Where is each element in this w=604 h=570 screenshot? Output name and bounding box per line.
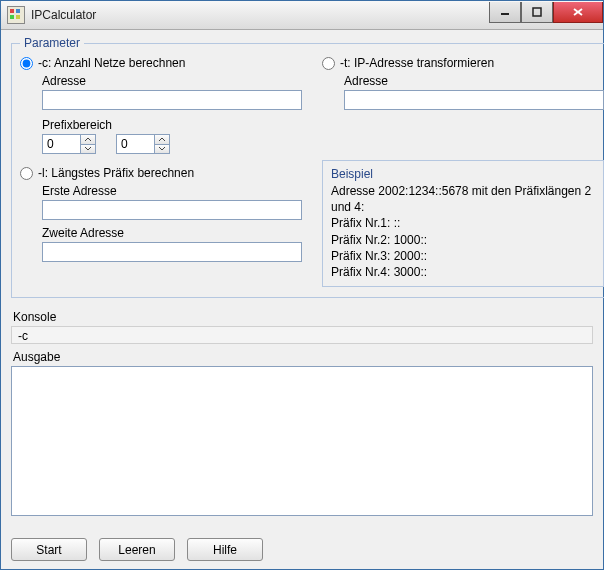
close-icon (572, 7, 584, 17)
radio-c[interactable] (20, 57, 33, 70)
chevron-down-icon (158, 146, 166, 151)
prefix-to-input[interactable] (116, 134, 154, 154)
option-c-block: -c: Anzahl Netze berechnen Adresse Prefi… (20, 56, 302, 154)
start-button[interactable]: Start (11, 538, 87, 561)
prefix-to-up[interactable] (155, 135, 169, 145)
app-window: IPCalculator Parameter -c: Anzahl Netze (0, 0, 604, 570)
parameter-legend: Parameter (20, 36, 84, 50)
prefix-to-spinner[interactable] (116, 134, 170, 154)
prefix-to-down[interactable] (155, 145, 169, 154)
button-row: Start Leeren Hilfe (11, 532, 593, 561)
konsole-field: -c (11, 326, 593, 344)
l-second-input[interactable] (42, 242, 302, 262)
chevron-up-icon (84, 137, 92, 142)
radio-c-label: -c: Anzahl Netze berechnen (38, 56, 185, 70)
l-second-label: Zweite Adresse (42, 226, 302, 240)
example-line3: Präfix Nr.1: :: (331, 215, 595, 231)
chevron-up-icon (158, 137, 166, 142)
close-button[interactable] (553, 2, 603, 23)
radio-t-label: -t: IP-Adresse transformieren (340, 56, 494, 70)
prefix-from-input[interactable] (42, 134, 80, 154)
hilfe-button[interactable]: Hilfe (187, 538, 263, 561)
l-first-label: Erste Adresse (42, 184, 302, 198)
konsole-label: Konsole (13, 310, 593, 324)
c-adresse-label: Adresse (42, 74, 302, 88)
titlebar[interactable]: IPCalculator (1, 1, 603, 30)
option-l-block: -l: Längstes Präfix berechnen Erste Adre… (20, 166, 302, 287)
example-title: Beispiel (331, 167, 595, 181)
svg-rect-1 (533, 8, 541, 16)
radio-l[interactable] (20, 167, 33, 180)
example-line5: Präfix Nr.3: 2000:: (331, 248, 595, 264)
maximize-icon (532, 7, 542, 17)
parameter-group: Parameter -c: Anzahl Netze berechnen Adr… (11, 36, 604, 298)
ausgabe-label: Ausgabe (13, 350, 593, 364)
client-area: Parameter -c: Anzahl Netze berechnen Adr… (1, 30, 603, 569)
ausgabe-textarea[interactable] (11, 366, 593, 516)
radio-l-label: -l: Längstes Präfix berechnen (38, 166, 194, 180)
t-adresse-label: Adresse (344, 74, 604, 88)
example-line4: Präfix Nr.2: 1000:: (331, 232, 595, 248)
prefix-from-up[interactable] (81, 135, 95, 145)
radio-t[interactable] (322, 57, 335, 70)
chevron-down-icon (84, 146, 92, 151)
option-t-block: -t: IP-Adresse transformieren Adresse (322, 56, 604, 154)
window-title: IPCalculator (31, 8, 489, 22)
c-adresse-input[interactable] (42, 90, 302, 110)
prefix-from-spinner[interactable] (42, 134, 96, 154)
minimize-icon (500, 7, 510, 17)
c-prefix-label: Prefixbereich (42, 118, 302, 132)
app-icon (7, 6, 25, 24)
leeren-button[interactable]: Leeren (99, 538, 175, 561)
window-controls (489, 2, 603, 22)
t-adresse-input[interactable] (344, 90, 604, 110)
minimize-button[interactable] (489, 2, 521, 23)
example-box: Beispiel Adresse 2002:1234::5678 mit den… (322, 160, 604, 287)
prefix-from-down[interactable] (81, 145, 95, 154)
example-line1: Adresse 2002:1234::5678 mit den Präfixlä… (331, 183, 595, 215)
l-first-input[interactable] (42, 200, 302, 220)
example-line6: Präfix Nr.4: 3000:: (331, 264, 595, 280)
maximize-button[interactable] (521, 2, 553, 23)
